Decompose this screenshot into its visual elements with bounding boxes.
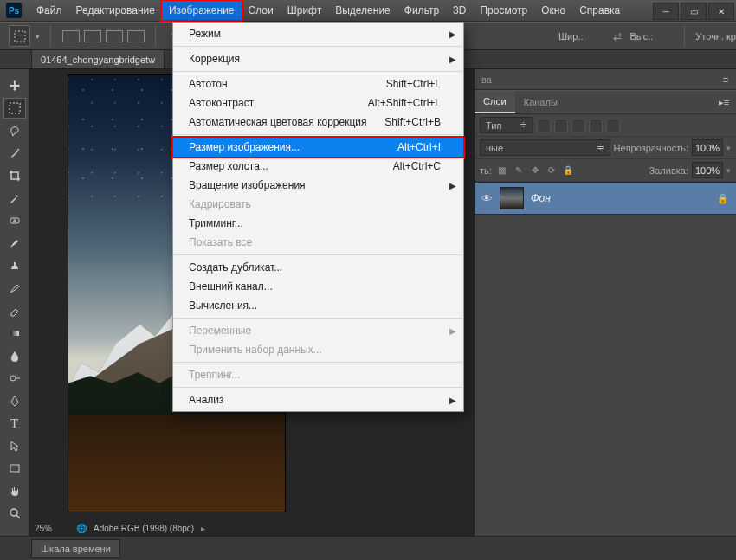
magic-wand-tool[interactable] <box>3 143 26 164</box>
menu-item[interactable]: Тримминг... <box>173 214 463 233</box>
marquee-tool[interactable] <box>3 98 26 119</box>
current-tool-icon[interactable] <box>9 25 30 47</box>
pen-tool[interactable] <box>3 390 26 411</box>
panel-menu-icon[interactable]: ▸≡ <box>717 97 731 107</box>
layout-preset-4[interactable] <box>127 30 145 42</box>
timeline-tab[interactable]: Шкала времени <box>31 539 120 558</box>
zoom-tool[interactable] <box>3 503 26 524</box>
menu-item[interactable]: АвтоконтрастAlt+Shift+Ctrl+L <box>173 93 463 113</box>
menu-item-label: Размер изображения... <box>189 141 300 153</box>
menu-item[interactable]: Вычисления... <box>173 296 463 315</box>
svg-point-9 <box>10 376 16 381</box>
status-icon[interactable]: 🌐 <box>76 524 87 533</box>
hand-tool[interactable] <box>3 480 26 501</box>
swap-dimensions-icon[interactable]: ⇄ <box>610 29 625 44</box>
menu-item-label: Применить набор данных... <box>189 344 322 356</box>
refine-edge-button[interactable]: Уточн. кр <box>695 31 736 42</box>
eyedropper-tool[interactable] <box>3 188 26 209</box>
zoom-level[interactable]: 25% <box>35 524 69 533</box>
lock-transparency-icon[interactable]: ▩ <box>495 164 509 177</box>
menu-справка[interactable]: Справка <box>572 1 627 20</box>
layer-thumbnail[interactable] <box>500 187 524 209</box>
path-selection-tool[interactable] <box>3 435 26 456</box>
menu-item[interactable]: Автоматическая цветовая коррекцияShift+C… <box>173 113 463 132</box>
height-value[interactable] <box>656 35 674 36</box>
rectangle-tool[interactable] <box>3 458 26 479</box>
truncated-panel-tab[interactable]: ва ≡ <box>475 69 736 90</box>
svg-text:Ps: Ps <box>9 6 20 16</box>
menu-изображение[interactable]: Изображение <box>162 1 242 20</box>
menu-шрифт[interactable]: Шрифт <box>281 1 328 20</box>
chevron-down-icon[interactable]: ▾ <box>726 144 731 152</box>
move-tool[interactable] <box>3 75 26 96</box>
clone-stamp-tool[interactable] <box>3 255 26 276</box>
lock-all-icon[interactable]: 🔒 <box>561 164 575 177</box>
opacity-value[interactable]: 100% <box>692 139 723 156</box>
menu-3d[interactable]: 3D <box>446 1 473 20</box>
layer-lock-icon[interactable]: 🔒 <box>717 193 729 204</box>
visibility-toggle-icon[interactable]: 👁 <box>481 192 493 205</box>
eraser-tool[interactable] <box>3 300 26 321</box>
filter-type-combo[interactable]: Тип≑ <box>480 117 533 133</box>
menu-item[interactable]: Размер холста...Alt+Ctrl+C <box>173 157 463 176</box>
document-tab[interactable]: 01464_chongyangbridgetw <box>31 50 165 68</box>
brush-tool[interactable] <box>3 233 26 254</box>
gradient-tool[interactable] <box>3 323 26 344</box>
menu-файл[interactable]: Файл <box>29 1 69 20</box>
menu-выделение[interactable]: Выделение <box>328 1 397 20</box>
menu-item[interactable]: Коррекция▶ <box>173 49 463 68</box>
crop-tool[interactable] <box>3 165 26 186</box>
filter-smart-icon[interactable] <box>606 119 620 132</box>
menu-item-shortcut: Shift+Ctrl+B <box>384 116 441 128</box>
layer-row-background[interactable]: 👁 Фон 🔒 <box>475 182 736 215</box>
menu-просмотр[interactable]: Просмотр <box>473 1 534 20</box>
menu-item[interactable]: Создать дубликат... <box>173 258 463 277</box>
chevron-down-icon[interactable]: ▾ <box>726 166 731 175</box>
submenu-arrow-icon: ▶ <box>449 326 456 336</box>
filter-adjustment-icon[interactable] <box>554 119 568 132</box>
healing-brush-tool[interactable] <box>3 210 26 231</box>
svg-rect-3 <box>10 103 20 113</box>
layer-name[interactable]: Фон <box>531 192 710 204</box>
menu-окно[interactable]: Окно <box>534 1 572 20</box>
status-chevron-icon[interactable]: ▸ <box>201 524 205 533</box>
panel-menu-icon[interactable]: ≡ <box>719 74 733 85</box>
width-field: Шир.: <box>558 31 604 42</box>
layout-preset-1[interactable] <box>62 30 80 42</box>
menu-слои[interactable]: Слои <box>242 1 281 20</box>
blend-mode-combo[interactable]: ные≑ <box>480 139 610 156</box>
tool-preset-chevron-icon[interactable]: ▾ <box>36 32 40 41</box>
lock-position-icon[interactable]: ✥ <box>528 164 542 177</box>
lasso-tool[interactable] <box>3 120 26 141</box>
minimize-button[interactable]: ─ <box>653 3 679 20</box>
menu-item[interactable]: Анализ▶ <box>173 390 463 409</box>
filter-shape-icon[interactable] <box>589 119 603 132</box>
lock-image-icon[interactable]: ✎ <box>512 164 526 177</box>
filter-pixel-icon[interactable] <box>537 119 551 132</box>
layout-preset-2[interactable] <box>84 30 101 42</box>
fill-value[interactable]: 100% <box>692 162 723 178</box>
menu-item[interactable]: Внешний канал... <box>173 277 463 296</box>
maximize-button[interactable]: ▭ <box>681 3 707 20</box>
menu-фильтр[interactable]: Фильтр <box>397 1 446 20</box>
type-tool[interactable]: T <box>3 413 26 434</box>
menu-редактирование[interactable]: Редактирование <box>69 1 162 20</box>
menu-item[interactable]: АвтотонShift+Ctrl+L <box>173 74 463 93</box>
separator <box>684 25 685 47</box>
history-brush-tool[interactable] <box>3 278 26 299</box>
ps-logo: Ps <box>3 2 24 19</box>
menu-item[interactable]: Вращение изображения▶ <box>173 176 463 195</box>
close-button[interactable]: ✕ <box>708 3 734 20</box>
layout-preset-3[interactable] <box>106 30 123 42</box>
width-value[interactable] <box>587 35 604 36</box>
panel-tab-слои[interactable]: Слои <box>475 91 515 113</box>
layer-filter-row: Тип≑ <box>475 114 736 137</box>
blur-tool[interactable] <box>3 345 26 366</box>
filter-type-icon[interactable] <box>571 119 585 132</box>
panel-tab-каналы[interactable]: Каналы <box>515 91 566 113</box>
menu-item[interactable]: Режим▶ <box>173 24 463 43</box>
lock-nested-icon[interactable]: ⟳ <box>545 164 558 177</box>
menu-item[interactable]: Размер изображения...Alt+Ctrl+I <box>173 138 463 157</box>
submenu-arrow-icon: ▶ <box>449 396 456 405</box>
dodge-tool[interactable] <box>3 368 26 389</box>
